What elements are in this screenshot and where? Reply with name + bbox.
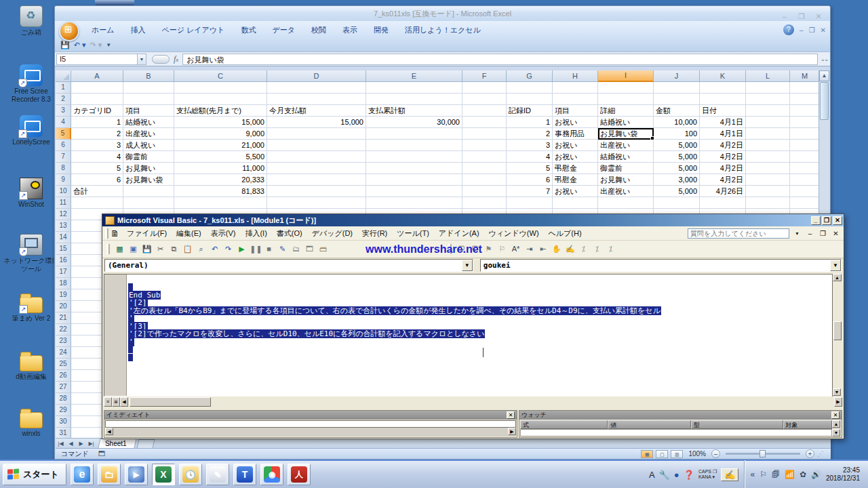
cell-C4[interactable]: 15,000 (174, 117, 267, 128)
workbook-restore-button[interactable]: ❐ (809, 26, 815, 34)
bookmark-icon[interactable]: ⚑ (483, 243, 494, 255)
font-icon[interactable]: A* (510, 243, 521, 255)
cell-M8[interactable] (790, 163, 820, 174)
cell-A10[interactable]: 合計 (71, 186, 123, 197)
cell-J4[interactable]: 10,000 (654, 117, 700, 128)
row-header-30[interactable]: 30 (56, 416, 71, 428)
ribbon-tab-8[interactable]: 活用しよう！エクセル (397, 22, 489, 39)
cell-L10[interactable] (746, 186, 790, 197)
vba-menu-0[interactable]: ファイル(F) (122, 227, 172, 240)
cell-M7[interactable] (790, 151, 820, 163)
cell-I8[interactable]: 御霊前 (598, 163, 654, 174)
cell-A3[interactable]: カテゴリID (71, 105, 123, 117)
quicklaunch-excel-icon[interactable]: X (152, 464, 175, 485)
cell-B6[interactable]: 成人祝い (123, 140, 174, 151)
break-icon[interactable]: ❚❚ (250, 243, 261, 255)
cell-G8[interactable]: 5 (507, 163, 553, 174)
row-header-1[interactable]: 1 (56, 82, 71, 94)
row-header-19[interactable]: 19 (56, 289, 71, 301)
code-line-6[interactable]: '[2]で作ったマクロを改変し、さらに、セルD10、セルE10に各列の合計額を記… (128, 330, 831, 338)
cell-B9[interactable]: お見舞い袋 (123, 174, 174, 186)
cell-C3[interactable]: 支払総額(先月まで) (174, 105, 267, 117)
cell-K3[interactable]: 日付 (700, 105, 746, 117)
redo-icon[interactable]: ↷ ▾ (90, 41, 102, 49)
row-header-6[interactable]: 6 (56, 140, 71, 151)
cell-B11[interactable] (123, 197, 174, 209)
cell-I7[interactable]: 結婚祝い (598, 151, 654, 163)
run-icon[interactable]: ▶ (236, 243, 248, 255)
reset-icon[interactable]: ■ (263, 243, 275, 255)
ime-mode-letter[interactable]: A (649, 470, 655, 480)
quicklaunch-media-player-icon[interactable]: ▶ (125, 464, 148, 485)
cell-G4[interactable]: 1 (507, 117, 553, 128)
excel-view-icon[interactable]: ▦ (114, 243, 125, 255)
cell-J11[interactable] (654, 197, 700, 209)
view-pagebreak-icon[interactable]: ▥ (671, 450, 683, 458)
immediate-scroll-right-icon[interactable]: ▶ (508, 428, 516, 435)
cell-L5[interactable] (746, 128, 790, 140)
mdi-close-button[interactable]: ✕ (831, 230, 841, 237)
start-button[interactable]: スタート (3, 464, 66, 485)
cell-M5[interactable] (790, 128, 820, 140)
cell-D7[interactable] (267, 151, 366, 163)
undo-icon[interactable]: ↶ ▾ (74, 41, 86, 49)
ribbon-tab-4[interactable]: データ (264, 22, 303, 39)
cell-M11[interactable] (790, 197, 820, 209)
cell-C9[interactable]: 20,333 (174, 174, 267, 186)
cell-M10[interactable] (790, 186, 820, 197)
cell-I1[interactable] (598, 82, 654, 94)
cell-G5[interactable]: 2 (507, 128, 553, 140)
cell-J2[interactable] (654, 94, 700, 105)
cell-A6[interactable]: 3 (71, 140, 123, 151)
row-header-29[interactable]: 29 (56, 405, 71, 416)
cell-D3[interactable]: 今月支払額 (267, 105, 366, 117)
signal-icon[interactable]: 📶 (785, 470, 795, 479)
object-combo-dropdown-icon[interactable]: ▼ (462, 260, 473, 271)
cell-D2[interactable] (267, 94, 366, 105)
cell-K5[interactable]: 4月1日 (700, 128, 746, 140)
cell-F5[interactable] (462, 128, 507, 140)
name-box[interactable]: I5 (56, 54, 138, 65)
vba-menu-7[interactable]: ツール(T) (392, 227, 434, 240)
row-header-25[interactable]: 25 (56, 359, 71, 370)
row-header-4[interactable]: 4 (56, 117, 71, 128)
cell-A11[interactable] (71, 197, 123, 209)
cell-M1[interactable] (790, 82, 820, 94)
question-dropdown-icon[interactable]: ▼ (792, 231, 802, 236)
vba-menu-3[interactable]: 挿入(I) (240, 227, 271, 240)
vba-menu-10[interactable]: ヘルプ(H) (544, 227, 587, 240)
cell-D10[interactable] (267, 186, 366, 197)
cell-M6[interactable] (790, 140, 820, 151)
cell-I5[interactable]: お見舞い袋 (598, 128, 654, 140)
zoom-slider[interactable] (726, 453, 800, 455)
immediate-hscrollbar[interactable]: ◀ ▶ (105, 428, 516, 436)
cell-L3[interactable] (746, 105, 790, 117)
immediate-body[interactable] (105, 420, 516, 428)
cell-J7[interactable]: 5,000 (654, 151, 700, 163)
qat-options-icon[interactable]: ▼ (106, 42, 111, 48)
cell-L11[interactable] (746, 197, 790, 209)
cell-L2[interactable] (746, 94, 790, 105)
cell-K9[interactable]: 4月2日 (700, 174, 746, 186)
column-header-H[interactable]: H (553, 70, 598, 82)
row-header-14[interactable]: 14 (56, 232, 71, 243)
percent3-icon[interactable]: ⁒ (605, 243, 616, 255)
row-header-23[interactable]: 23 (56, 336, 71, 347)
cell-E3[interactable]: 支払累計額 (366, 105, 462, 117)
desktop-icon-recycle-bin[interactable]: ごみ箱 (3, 5, 60, 37)
select-all-corner[interactable] (56, 70, 71, 82)
cell-I6[interactable]: 出産祝い (598, 140, 654, 151)
watch-column-0[interactable]: 式 (520, 420, 608, 429)
cell-C6[interactable]: 21,000 (174, 140, 267, 151)
code-line-1[interactable]: End Sub (128, 291, 831, 300)
cell-H5[interactable]: 事務用品 (553, 128, 598, 140)
cell-C1[interactable] (174, 82, 267, 94)
clock[interactable]: 23:45 2018/12/31 (826, 466, 863, 483)
insert-function-oval[interactable] (152, 55, 170, 64)
ribbon-tab-7[interactable]: 開発 (366, 22, 397, 39)
desktop-icon-winxls-folder[interactable]: winxls (3, 408, 60, 438)
row-header-21[interactable]: 21 (56, 312, 71, 324)
column-header-I[interactable]: I (598, 70, 654, 82)
row-header-10[interactable]: 10 (56, 186, 71, 197)
cell-A4[interactable]: 1 (71, 117, 123, 128)
